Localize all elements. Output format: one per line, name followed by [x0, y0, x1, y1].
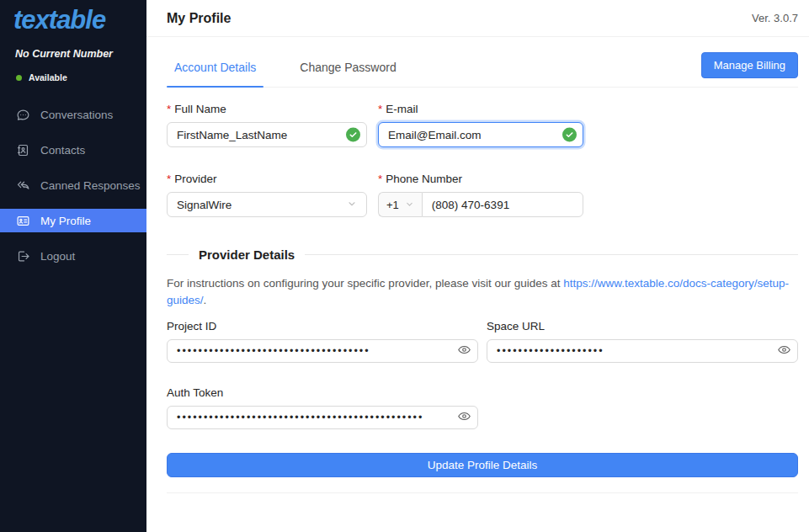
logout-icon: [16, 249, 30, 263]
profile-content: Account Details Change Password Manage B…: [146, 37, 809, 493]
sidebar: textable No Current Number Available Con…: [0, 0, 146, 532]
tab-label: Account Details: [174, 61, 256, 74]
project-id-label: Project ID: [167, 320, 478, 332]
provider-label: *Provider: [167, 173, 367, 185]
credentials-grid: Project ID Space URL: [167, 320, 798, 363]
full-name-input[interactable]: [167, 122, 367, 147]
version-label: Ver. 3.0.7: [752, 12, 798, 24]
sidebar-item-label: Logout: [40, 250, 75, 263]
provider-details-heading: Provider Details: [189, 247, 305, 262]
space-url-control: [487, 339, 798, 363]
bottom-divider: [167, 492, 798, 493]
sidebar-item-canned-responses[interactable]: Canned Responses: [0, 173, 146, 197]
chevron-down-icon: [347, 199, 357, 211]
full-name-field-block: *Full Name: [167, 103, 367, 147]
project-id-control: [167, 339, 478, 363]
full-name-control: [167, 122, 367, 147]
auth-token-label: Auth Token: [167, 386, 478, 399]
divider-line: [167, 254, 189, 255]
auth-token-control: [167, 406, 478, 429]
provider-details-divider: Provider Details: [167, 247, 798, 262]
tab-account-details[interactable]: Account Details: [167, 47, 263, 87]
manage-billing-button[interactable]: Manage Billing: [701, 52, 798, 78]
required-asterisk: *: [167, 173, 171, 185]
status-row: Available: [0, 60, 146, 82]
phone-control: +1: [378, 192, 583, 217]
tab-bar: Account Details Change Password Manage B…: [167, 47, 798, 88]
tabs: Account Details Change Password: [167, 47, 404, 87]
required-asterisk: *: [167, 103, 171, 115]
tab-label: Change Password: [300, 61, 396, 74]
sidebar-item-my-profile[interactable]: My Profile: [0, 209, 146, 232]
eye-icon: [457, 343, 471, 359]
auth-token-input[interactable]: [167, 406, 478, 429]
app-window: textable No Current Number Available Con…: [0, 0, 809, 532]
account-details-form: *Full Name *E-mail: [167, 103, 798, 217]
space-url-input[interactable]: [487, 339, 798, 363]
eye-icon: [777, 343, 791, 359]
page-title: My Profile: [167, 11, 231, 26]
provider-selected-value: SignalWire: [177, 199, 232, 211]
sidebar-item-label: Canned Responses: [40, 179, 141, 192]
tab-change-password[interactable]: Change Password: [292, 47, 403, 87]
valid-check-icon: [562, 128, 577, 142]
email-label: *E-mail: [378, 103, 583, 115]
sidebar-item-logout[interactable]: Logout: [0, 244, 146, 268]
status-dot-icon: [16, 75, 22, 81]
project-id-field-block: Project ID: [167, 320, 478, 363]
email-control: [378, 122, 583, 147]
phone-label-text: Phone Number: [386, 173, 462, 185]
sidebar-item-label: Contacts: [40, 144, 85, 157]
top-header: My Profile Ver. 3.0.7: [146, 0, 809, 37]
provider-select[interactable]: SignalWire: [167, 192, 367, 217]
required-asterisk: *: [378, 173, 382, 185]
id-card-icon: [16, 214, 30, 228]
provider-label-text: Provider: [174, 173, 216, 185]
provider-field-block: *Provider SignalWire: [167, 173, 367, 217]
space-url-label: Space URL: [487, 320, 798, 332]
auth-token-field-block: Auth Token: [167, 386, 478, 429]
project-id-input[interactable]: [167, 339, 478, 363]
toggle-visibility-button[interactable]: [457, 409, 471, 426]
canned-responses-icon: [16, 178, 30, 193]
country-code-value: +1: [386, 199, 399, 211]
email-label-text: E-mail: [386, 103, 418, 115]
update-profile-button[interactable]: Update Profile Details: [167, 453, 798, 477]
sidebar-nav: Conversations Contacts Canned Responses …: [0, 103, 146, 268]
textable-logo[interactable]: textable: [0, 0, 146, 35]
provider-instructions: For instructions on configuring your spe…: [167, 275, 790, 308]
sidebar-item-contacts[interactable]: Contacts: [0, 138, 146, 162]
phone-label: *Phone Number: [378, 173, 583, 185]
country-code-select[interactable]: +1: [378, 192, 422, 217]
sidebar-item-label: Conversations: [40, 109, 113, 121]
phone-field-block: *Phone Number +1: [378, 173, 583, 217]
instructions-text: For instructions on configuring your spe…: [167, 277, 563, 290]
chevron-down-icon: [405, 199, 414, 211]
email-input[interactable]: [378, 122, 583, 147]
message-icon: [16, 108, 30, 122]
divider-line: [305, 254, 798, 255]
email-field-block: *E-mail: [378, 103, 583, 147]
sidebar-item-label: My Profile: [40, 215, 91, 227]
contacts-icon: [16, 143, 30, 157]
current-number-label: No Current Number: [0, 35, 146, 60]
phone-number-input[interactable]: [422, 192, 583, 217]
required-asterisk: *: [378, 103, 382, 115]
status-label: Available: [29, 72, 67, 82]
toggle-visibility-button[interactable]: [777, 343, 791, 359]
sidebar-item-conversations[interactable]: Conversations: [0, 103, 146, 126]
full-name-label-text: Full Name: [174, 103, 226, 115]
eye-icon: [457, 409, 471, 426]
valid-check-icon: [346, 128, 360, 142]
space-url-field-block: Space URL: [487, 320, 798, 363]
full-name-label: *Full Name: [167, 103, 367, 115]
instructions-suffix: .: [204, 294, 207, 306]
toggle-visibility-button[interactable]: [457, 343, 471, 359]
main-area: My Profile Ver. 3.0.7 Account Details Ch…: [146, 0, 809, 532]
